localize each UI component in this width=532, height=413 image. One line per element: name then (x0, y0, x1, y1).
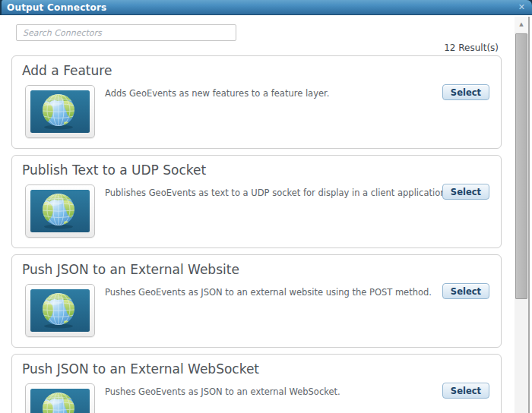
search-input[interactable] (16, 24, 236, 41)
connector-thumbnail (25, 184, 95, 238)
connector-description: Pushes GeoEvents as JSON to an external … (105, 287, 451, 298)
dialog-titlebar: Output Connectors ✕ (0, 0, 532, 15)
connector-list: Add a Feature (11, 55, 502, 413)
connector-card: Push JSON to an External Website (11, 254, 502, 348)
connector-description: Pushes GeoEvents as JSON to an external … (105, 386, 451, 397)
connector-thumbnail (25, 85, 95, 138)
globe-icon (30, 90, 90, 133)
connector-card: Push JSON to an External WebSocket (11, 354, 502, 413)
output-connectors-dialog: Output Connectors ✕ 12 Result(s) Add a F… (0, 0, 532, 413)
dialog-title: Output Connectors (7, 2, 106, 13)
close-icon[interactable]: ✕ (518, 2, 525, 12)
select-button[interactable]: Select (442, 283, 489, 299)
connector-description: Publishes GeoEvents as text to a UDP soc… (105, 188, 451, 198)
vertical-scrollbar[interactable]: ▲ (515, 17, 530, 413)
scroll-up-button[interactable]: ▲ (515, 17, 528, 32)
results-count: 12 Result(s) (444, 43, 499, 53)
select-button[interactable]: Select (442, 383, 489, 399)
connector-title: Add a Feature (22, 63, 112, 78)
connector-title: Push JSON to an External WebSocket (22, 361, 259, 377)
connector-title: Push JSON to an External Website (22, 262, 239, 277)
connector-thumbnail (25, 383, 95, 413)
scrollbar-thumb[interactable] (515, 33, 527, 299)
globe-icon (30, 289, 90, 332)
connector-card: Publish Text to a UDP Socket (11, 155, 502, 248)
dialog-content: 12 Result(s) Add a Feature (0, 15, 532, 413)
select-button[interactable]: Select (442, 84, 489, 100)
globe-icon (30, 190, 90, 232)
connector-title: Publish Text to a UDP Socket (22, 162, 206, 178)
connector-card: Add a Feature (11, 55, 502, 149)
select-button[interactable]: Select (442, 184, 489, 200)
globe-icon (30, 389, 90, 413)
connector-description: Adds GeoEvents as new features to a feat… (105, 88, 451, 99)
up-arrow-icon: ▲ (519, 21, 523, 27)
connector-thumbnail (25, 284, 95, 337)
